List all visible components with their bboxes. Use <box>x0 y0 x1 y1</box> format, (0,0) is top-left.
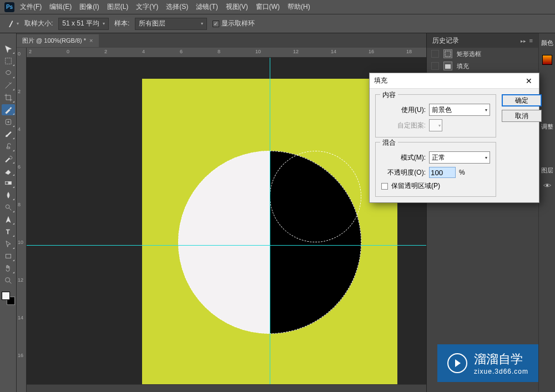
blend-group: 混合 模式(M): 正常 ▾ 不透明度(O): % 保留透明区域(P) <box>375 142 496 197</box>
svg-rect-8 <box>445 51 451 57</box>
collapsed-panels: 颜色 调整 图层 <box>538 33 555 392</box>
fill-dialog: 填充 ✕ 内容 使用(U): 前景色 ▾ 自定图案: ▾ 混合 <box>369 73 539 203</box>
ruler-tick: 6 <box>180 49 183 54</box>
lasso-tool[interactable] <box>2 68 15 79</box>
blend-legend: 混合 <box>380 138 398 147</box>
gradient-tool[interactable] <box>2 177 15 189</box>
close-icon[interactable]: ✕ <box>523 75 534 86</box>
sample-value: 所有图层 <box>139 19 165 28</box>
adjust-panel-tab[interactable]: 调整 <box>541 123 553 131</box>
close-icon[interactable]: × <box>89 37 93 44</box>
color-swatches[interactable] <box>2 292 15 305</box>
color-panel-tab[interactable]: 颜色 <box>541 39 553 47</box>
selection-marquee-inner <box>270 151 361 242</box>
svg-rect-6 <box>6 254 11 258</box>
path-select-tool[interactable] <box>2 238 15 250</box>
menu-select[interactable]: 选择(S) <box>166 2 188 12</box>
dialog-titlebar[interactable]: 填充 ✕ <box>370 73 539 89</box>
history-toggle[interactable] <box>431 62 439 70</box>
color-swatch-icon[interactable] <box>542 55 552 65</box>
history-item[interactable]: 矩形选框 <box>427 48 538 60</box>
guide-vertical[interactable] <box>270 58 270 392</box>
content-group: 内容 使用(U): 前景色 ▾ 自定图案: ▾ <box>375 94 496 138</box>
document-tab[interactable]: 图片 @ 100%(RGB/8) * × <box>17 34 99 47</box>
chevron-down-icon: ▾ <box>201 21 203 26</box>
menu-help[interactable]: 帮助(H) <box>287 2 310 12</box>
use-select[interactable]: 前景色 ▾ <box>429 104 490 116</box>
watermark-brand: 溜溜自学 <box>474 352 523 366</box>
guide-horizontal[interactable] <box>27 245 426 246</box>
ruler-tick: 8 <box>218 49 220 54</box>
chevron-down-icon: ▾ <box>103 21 105 26</box>
menu-file[interactable]: 文件(F) <box>20 2 42 12</box>
play-icon <box>447 353 467 373</box>
eye-icon[interactable] <box>543 182 552 189</box>
menu-window[interactable]: 窗口(W) <box>256 2 280 12</box>
ruler-tick: 0 <box>67 49 69 54</box>
ruler-tick: 2 <box>29 49 32 54</box>
ruler-tick: 18 <box>406 49 412 54</box>
show-ring-checkbox[interactable]: ✓ 显示取样环 <box>213 19 255 28</box>
mode-value: 正常 <box>432 153 445 162</box>
marquee-tool[interactable] <box>2 55 15 67</box>
ruler-tick: 10 <box>255 49 261 54</box>
cancel-button[interactable]: 取消 <box>502 110 542 122</box>
mode-label: 模式(M): <box>381 153 426 162</box>
menu-edit[interactable]: 编辑(E) <box>49 2 72 12</box>
panel-menu-icon[interactable]: ≡ <box>529 37 533 44</box>
crop-tool[interactable] <box>2 92 15 103</box>
move-tool[interactable] <box>2 43 15 54</box>
menu-filter[interactable]: 滤镜(T) <box>196 2 218 12</box>
ruler-tick: 4 <box>18 126 21 132</box>
magic-wand-tool[interactable] <box>2 80 15 91</box>
toolbox: T <box>0 33 17 392</box>
svg-rect-9 <box>445 64 451 69</box>
rectangle-tool[interactable] <box>2 251 15 262</box>
mode-select[interactable]: 正常 ▾ <box>429 151 490 164</box>
chevron-down-icon: ▾ <box>485 108 487 113</box>
menu-view[interactable]: 视图(V) <box>226 2 248 12</box>
stamp-tool[interactable] <box>2 141 15 152</box>
horizontal-scrollbar[interactable] <box>27 384 426 392</box>
sample-select[interactable]: 所有图层 ▾ <box>135 18 207 30</box>
ruler-tick: 0 <box>18 51 21 57</box>
tool-preset-picker[interactable]: ▾ <box>8 18 19 29</box>
healing-brush-tool[interactable] <box>2 116 15 128</box>
foreground-color[interactable] <box>2 292 10 300</box>
ok-button[interactable]: 确定 <box>502 94 542 106</box>
zoom-tool[interactable] <box>2 275 15 286</box>
eyedropper-tool[interactable] <box>2 104 15 115</box>
eraser-tool[interactable] <box>2 165 15 176</box>
menu-layer[interactable]: 图层(L) <box>107 2 129 12</box>
history-panel-header[interactable]: 历史记录 ▸▸ ≡ <box>427 33 538 48</box>
menu-type[interactable]: 文字(Y) <box>136 2 158 12</box>
history-item[interactable]: 填充 <box>427 60 538 72</box>
use-value: 前景色 <box>432 105 452 115</box>
opacity-unit: % <box>459 169 465 176</box>
blur-tool[interactable] <box>2 190 15 201</box>
horizontal-ruler: 2 0 2 4 6 8 10 12 14 16 18 <box>27 48 426 58</box>
preserve-trans-checkbox[interactable] <box>381 183 388 190</box>
marquee-icon <box>443 49 452 58</box>
options-bar: ▾ 取样大小: 51 x 51 平均 ▾ 样本: 所有图层 ▾ ✓ 显示取样环 <box>0 14 555 33</box>
pen-tool[interactable] <box>2 214 15 225</box>
menu-image[interactable]: 图像(I) <box>79 2 99 12</box>
history-toggle[interactable] <box>431 50 439 58</box>
type-tool[interactable]: T <box>2 226 15 237</box>
brush-tool[interactable] <box>2 129 15 140</box>
history-brush-tool[interactable] <box>2 153 15 164</box>
dodge-tool[interactable] <box>2 202 15 213</box>
pattern-label: 自定图案: <box>381 121 426 130</box>
svg-point-7 <box>5 278 9 282</box>
app-logo: Ps <box>4 2 14 12</box>
sample-size-select[interactable]: 51 x 51 平均 ▾ <box>58 18 109 30</box>
vertical-ruler: 0 2 4 6 8 10 12 14 16 <box>17 48 27 392</box>
collapse-icon[interactable]: ▸▸ <box>521 38 526 44</box>
hand-tool[interactable] <box>2 263 15 274</box>
fill-icon <box>443 62 452 70</box>
layers-panel-tab[interactable]: 图层 <box>541 166 553 175</box>
document-tabs: 图片 @ 100%(RGB/8) * × <box>17 33 426 48</box>
svg-text:T: T <box>6 228 10 235</box>
canvas[interactable] <box>27 58 426 392</box>
opacity-input[interactable] <box>429 167 456 178</box>
